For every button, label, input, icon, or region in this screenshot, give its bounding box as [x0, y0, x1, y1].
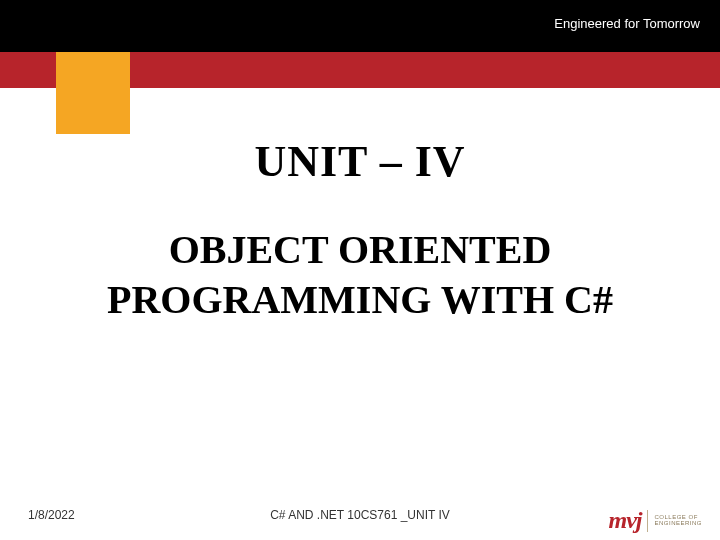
college-logo: mvj COLLEGE OF ENGINEERING	[608, 507, 702, 534]
accent-bar	[0, 52, 720, 88]
footer-date: 1/8/2022	[28, 508, 75, 522]
header-bar: Engineered for Tomorrow	[0, 0, 720, 52]
logo-text: COLLEGE OF ENGINEERING	[654, 515, 702, 526]
accent-block	[56, 52, 130, 134]
logo-line2: ENGINEERING	[654, 521, 702, 526]
subject-title: OBJECT ORIENTED PROGRAMMING WITH C#	[0, 225, 720, 325]
logo-divider	[647, 510, 648, 532]
tagline-text: Engineered for Tomorrow	[554, 16, 700, 31]
unit-title: UNIT – IV	[0, 136, 720, 187]
logo-mark: mvj	[608, 507, 641, 534]
